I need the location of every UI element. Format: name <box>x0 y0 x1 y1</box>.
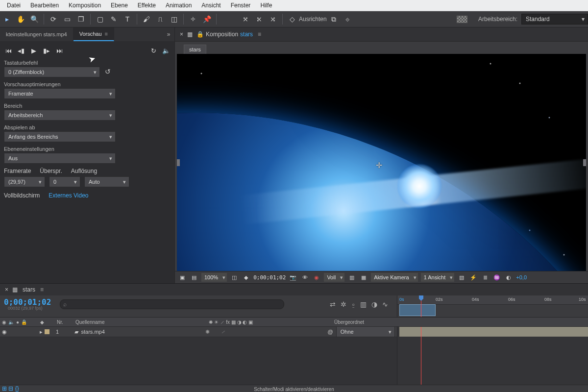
orbit-tool-icon[interactable]: ⟳ <box>48 14 59 24</box>
timeline-panel-menu-icon[interactable]: ≡ <box>40 286 44 293</box>
menu-edit[interactable]: Bearbeiten <box>25 1 64 10</box>
audio-col-icon[interactable]: 🔈 <box>8 319 14 325</box>
comp-mini-flowchart-icon[interactable]: ⇄ <box>330 300 336 308</box>
viewer-timecode[interactable]: 0;00;01;02 <box>253 274 286 281</box>
composition-viewer[interactable]: ✛ <box>177 54 586 271</box>
menu-window[interactable]: Fenster <box>226 1 256 10</box>
mute-icon[interactable]: 🔈 <box>162 46 171 55</box>
axis-local-icon[interactable]: ⤧ <box>240 14 251 24</box>
timeline-tab-name[interactable]: stars <box>23 286 35 293</box>
axis-world-icon[interactable]: ⤪ <box>254 14 265 24</box>
pickwhip-icon[interactable]: @ <box>328 329 333 335</box>
anchor-point-icon[interactable]: ✛ <box>376 161 382 170</box>
layer-settings-dropdown[interactable]: Aus <box>4 153 116 164</box>
fast-preview-icon[interactable]: ⚡ <box>469 273 478 282</box>
switch-col-icons[interactable]: ✺ ☀ ⟋ fx ▦ ◑ ◐ ▣ <box>209 319 253 325</box>
stamp-tool-icon[interactable]: ⎍ <box>155 14 166 24</box>
menu-help[interactable]: Hilfe <box>255 1 277 10</box>
layer-color-label[interactable] <box>45 329 49 334</box>
first-frame-icon[interactable]: ⏮ <box>4 46 13 55</box>
preview-opt-dropdown[interactable]: Framerate <box>4 88 116 99</box>
bottom-left-toggles[interactable]: ⊞ ⊟ {} <box>2 385 19 392</box>
snapshot-icon[interactable]: 📷 <box>289 273 297 282</box>
shortcut-dropdown[interactable]: 0 (Ziffernblock) <box>4 67 100 77</box>
comp-subtab[interactable]: stars <box>184 45 206 54</box>
snap-edge-icon[interactable]: ⧉ <box>328 14 339 24</box>
eraser-tool-icon[interactable]: ◫ <box>169 14 179 24</box>
tabs-overflow-icon[interactable]: » <box>163 27 174 41</box>
solo-col-icon[interactable]: ● <box>16 319 19 325</box>
type-tool-icon[interactable]: T <box>122 14 133 24</box>
timeline-search-input[interactable]: ⌕ <box>60 299 284 309</box>
views-dropdown[interactable]: 1 Ansicht <box>421 273 455 282</box>
playfrom-dropdown[interactable]: Anfang des Bereichs <box>4 131 116 142</box>
roi-tool-icon[interactable]: ❐ <box>75 14 86 24</box>
pen-tool-icon[interactable]: ✎ <box>108 14 119 24</box>
prev-frame-icon[interactable]: ◂▮ <box>17 46 25 55</box>
timeline-tracks[interactable] <box>397 327 588 385</box>
close-timeline-tab-icon[interactable]: × <box>5 286 8 293</box>
roto-tool-icon[interactable]: ✧ <box>188 14 198 24</box>
skip-dropdown[interactable]: 0 <box>49 176 80 187</box>
camera-dropdown[interactable]: Aktive Kamera <box>371 273 418 282</box>
zoom-dropdown[interactable]: 100% <box>201 273 227 282</box>
shape-tool-icon[interactable]: ▢ <box>95 14 105 24</box>
always-preview-icon[interactable]: ▣ <box>178 273 187 282</box>
graph-editor-icon[interactable]: ∿ <box>382 300 388 308</box>
range-dropdown[interactable]: Arbeitsbereich <box>4 110 116 121</box>
bottom-hint[interactable]: Schalter/Modi aktivieren/deaktivieren <box>0 385 588 392</box>
snap-center-icon[interactable]: ⟐ <box>342 14 353 24</box>
safe-zones-icon[interactable]: ◫ <box>230 273 239 282</box>
close-comp-tab-icon[interactable]: × <box>180 31 183 38</box>
hand-tool-icon[interactable]: ✋ <box>15 14 26 24</box>
pixel-aspect-icon[interactable]: ▧ <box>457 273 466 282</box>
fullscreen-checkbox-label[interactable]: Vollbildschirm <box>4 192 40 199</box>
transparency-grid-icon[interactable]: ▤ <box>190 273 198 282</box>
flowchart-icon[interactable]: ♒ <box>492 273 501 282</box>
play-icon[interactable]: ▶ <box>29 46 38 55</box>
work-area-bar[interactable] <box>399 304 436 316</box>
external-video-link[interactable]: Externes Video <box>49 192 88 199</box>
draft-3d-icon[interactable]: ✲ <box>341 300 346 308</box>
menu-effects[interactable]: Effekte <box>133 1 161 10</box>
tab-preview[interactable]: Vorschau ≡ <box>74 27 114 41</box>
brush-tool-icon[interactable]: 🖌 <box>141 14 152 24</box>
timeline-icon[interactable]: ≣ <box>481 273 490 282</box>
eye-col-icon[interactable]: ◉ <box>2 319 6 325</box>
frame-blend-icon[interactable]: ▥ <box>360 300 367 308</box>
viewer-resize-left[interactable] <box>177 159 180 166</box>
mask-toggle-icon[interactable]: ◆ <box>242 273 250 282</box>
reset-exposure-icon[interactable]: ◐ <box>504 273 513 282</box>
axis-view-icon[interactable]: ⤨ <box>268 14 278 24</box>
loop-icon[interactable]: ↻ <box>149 46 158 55</box>
roi-icon[interactable]: ▥ <box>347 273 356 282</box>
rect-tool-icon[interactable]: ▭ <box>62 14 73 24</box>
menu-animation[interactable]: Animation <box>161 1 196 10</box>
snap-toggle-icon[interactable]: ◇ <box>287 14 297 24</box>
lock-col-icon[interactable]: 🔒 <box>21 319 27 325</box>
menu-view[interactable]: Ansicht <box>196 1 225 10</box>
layer-switches[interactable]: ✺ ⟋ <box>205 328 226 336</box>
reset-shortcut-icon[interactable]: ↺ <box>105 68 111 75</box>
grid-icon[interactable]: ▦ <box>359 273 368 282</box>
layer-twirl-icon[interactable]: ▸ <box>40 329 43 335</box>
zoom-tool-icon[interactable]: 🔍 <box>29 14 40 24</box>
next-frame-icon[interactable]: ▮▸ <box>42 46 51 55</box>
exposure-value[interactable]: +0,0 <box>516 274 527 280</box>
comp-panel-menu-icon[interactable]: ≡ <box>258 31 261 38</box>
menu-layer[interactable]: Ebene <box>106 1 133 10</box>
parent-dropdown[interactable]: Ohne <box>336 326 395 337</box>
transparency-indicator-icon[interactable] <box>457 16 467 23</box>
last-frame-icon[interactable]: ⏭ <box>55 46 64 55</box>
workspace-dropdown[interactable]: Standard <box>521 14 588 24</box>
viewer-resize-right[interactable] <box>583 159 586 166</box>
preview-res-dropdown[interactable]: Voll <box>324 273 344 282</box>
comp-name-link[interactable]: stars <box>240 31 253 38</box>
layer-clip-bar[interactable] <box>399 327 588 337</box>
channel-icon[interactable]: ◉ <box>312 273 321 282</box>
show-snapshot-icon[interactable]: 👁 <box>300 273 309 282</box>
motion-blur-icon[interactable]: ◑ <box>371 300 377 308</box>
resolution-dropdown[interactable]: Auto <box>84 176 129 187</box>
hide-shy-icon[interactable]: ⍛ <box>351 300 355 308</box>
tab-render-settings[interactable]: kteinstellungen stars.mp4 <box>0 27 74 41</box>
